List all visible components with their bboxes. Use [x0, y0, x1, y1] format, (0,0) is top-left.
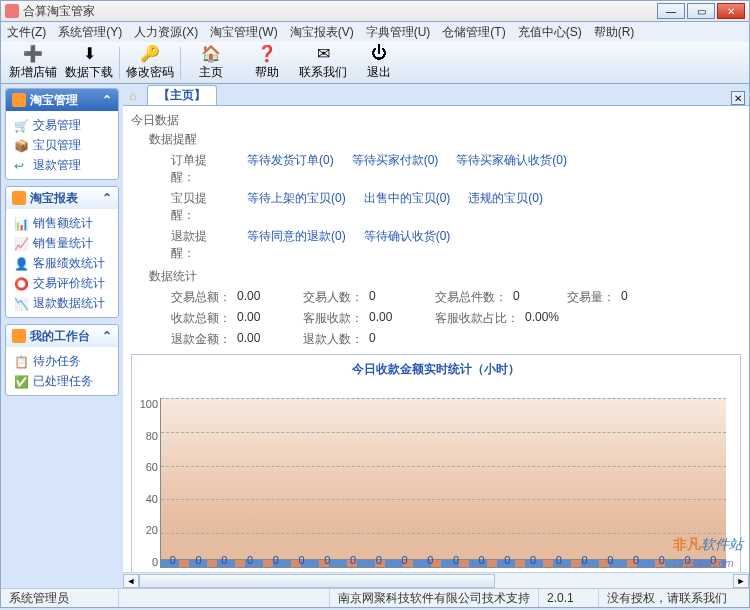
- link[interactable]: 等待买家付款(0): [352, 152, 439, 186]
- contact-button-icon: ✉: [314, 44, 332, 62]
- chart-box: 今日收款金额实时统计（小时） 100806040200 000000000000…: [131, 354, 741, 572]
- home-button-icon: 🏠: [202, 44, 220, 62]
- scroll-left-button[interactable]: ◄: [123, 574, 139, 588]
- scroll-thumb[interactable]: [139, 574, 495, 588]
- item-icon: ↩: [14, 159, 28, 171]
- link[interactable]: 等待同意的退款(0): [247, 228, 346, 262]
- tab-strip: ⌂ 【主页】 ✕: [123, 84, 749, 106]
- menu-item[interactable]: 文件(Z): [7, 24, 46, 41]
- change-pwd-button[interactable]: 🔑修改密码: [122, 44, 178, 82]
- chevron-icon: ⌃: [102, 93, 112, 107]
- window-title: 合算淘宝管家: [23, 3, 657, 20]
- item-icon: 👤: [14, 257, 28, 269]
- titlebar: 合算淘宝管家 — ▭ ✕: [0, 0, 750, 22]
- sidebar-item[interactable]: 📊销售额统计: [6, 213, 118, 233]
- sidebar: 淘宝管理⌃🛒交易管理📦宝贝管理↩退款管理淘宝报表⌃📊销售额统计📈销售量统计👤客服…: [1, 84, 123, 588]
- sidebar-panel: 淘宝管理⌃🛒交易管理📦宝贝管理↩退款管理: [5, 88, 119, 180]
- item-icon: 📊: [14, 217, 28, 229]
- menu-item[interactable]: 仓储管理(T): [442, 24, 505, 41]
- sidebar-panel: 淘宝报表⌃📊销售额统计📈销售量统计👤客服绩效统计⭕交易评价统计📉退款数据统计: [5, 186, 119, 318]
- y-axis-labels: 100806040200: [136, 398, 158, 568]
- menu-item[interactable]: 淘宝报表(V): [290, 24, 354, 41]
- stats-row: 退款金额：0.00退款人数：0: [131, 329, 741, 350]
- maximize-button[interactable]: ▭: [687, 3, 715, 19]
- statusbar: 系统管理员 南京网聚科技软件有限公司技术支持 2.0.1 没有授权，请联系我们: [0, 588, 750, 608]
- link[interactable]: 等待上架的宝贝(0): [247, 190, 346, 224]
- home-icon: ⌂: [129, 89, 145, 105]
- status-version: 2.0.1: [539, 589, 599, 607]
- menubar: 文件(Z)系统管理(Y)人力资源(X)淘宝管理(W)淘宝报表(V)字典管理(U)…: [0, 22, 750, 42]
- item-icon: 🛒: [14, 119, 28, 131]
- tab-close-button[interactable]: ✕: [731, 91, 745, 105]
- help-button-icon: ❓: [258, 44, 276, 62]
- tab-home[interactable]: 【主页】: [147, 85, 217, 105]
- exit-button[interactable]: ⏻退出: [351, 44, 407, 82]
- x-axis-labels: 0708091011121314151617181920212223000102…: [160, 570, 726, 572]
- minimize-button[interactable]: —: [657, 3, 685, 19]
- item-icon: 📦: [14, 139, 28, 151]
- toolbar: ➕新增店铺⬇数据下载🔑修改密码🏠主页❓帮助✉联系我们⏻退出: [0, 42, 750, 84]
- stats-row: 交易总额：0.00交易人数：0交易总件数：0交易量：0: [131, 287, 741, 308]
- contact-button[interactable]: ✉联系我们: [295, 44, 351, 82]
- item-icon: 📋: [14, 355, 28, 367]
- section-today: 今日数据: [131, 112, 741, 129]
- menu-item[interactable]: 人力资源(X): [134, 24, 198, 41]
- link[interactable]: 等待买家确认收货(0): [456, 152, 567, 186]
- status-auth: 没有授权，请联系我们: [599, 589, 749, 607]
- menu-item[interactable]: 帮助(R): [594, 24, 635, 41]
- add-shop-button-icon: ➕: [24, 44, 42, 62]
- chart-title: 今日收款金额实时统计（小时）: [132, 355, 740, 380]
- link[interactable]: 出售中的宝贝(0): [364, 190, 451, 224]
- add-shop-button[interactable]: ➕新增店铺: [5, 44, 61, 82]
- scroll-right-button[interactable]: ►: [733, 574, 749, 588]
- item-icon: 📈: [14, 237, 28, 249]
- chart-plot: 100806040200 0000000000000000000000 0708…: [160, 398, 726, 572]
- horizontal-scrollbar[interactable]: ◄ ►: [123, 572, 749, 588]
- row-item-remind: 宝贝提醒： 等待上架的宝贝(0) 出售中的宝贝(0) 违规的宝贝(0): [131, 188, 741, 226]
- download-button-icon: ⬇: [80, 44, 98, 62]
- stats-row: 收款总额：0.00客服收款：0.00客服收款占比：0.00%: [131, 308, 741, 329]
- sidebar-item[interactable]: ↩退款管理: [6, 155, 118, 175]
- status-company: 南京网聚科技软件有限公司技术支持: [330, 589, 539, 607]
- chevron-icon: ⌃: [102, 329, 112, 343]
- help-button[interactable]: ❓帮助: [239, 44, 295, 82]
- home-button[interactable]: 🏠主页: [183, 44, 239, 82]
- sidebar-item[interactable]: ✅已处理任务: [6, 371, 118, 391]
- panel-header[interactable]: 淘宝管理⌃: [6, 89, 118, 111]
- sidebar-item[interactable]: 📈销售量统计: [6, 233, 118, 253]
- close-button[interactable]: ✕: [717, 3, 745, 19]
- item-icon: ⭕: [14, 277, 28, 289]
- sidebar-item[interactable]: ⭕交易评价统计: [6, 273, 118, 293]
- exit-button-icon: ⏻: [370, 44, 388, 62]
- sidebar-item[interactable]: 👤客服绩效统计: [6, 253, 118, 273]
- link[interactable]: 等待发货订单(0): [247, 152, 334, 186]
- content-area: ⌂ 【主页】 ✕ 今日数据 数据提醒 订单提醒： 等待发货订单(0) 等待买家付…: [123, 84, 749, 588]
- sidebar-item[interactable]: 📋待办任务: [6, 351, 118, 371]
- menu-item[interactable]: 充值中心(S): [518, 24, 582, 41]
- row-order-remind: 订单提醒： 等待发货订单(0) 等待买家付款(0) 等待买家确认收货(0): [131, 150, 741, 188]
- section-remind: 数据提醒: [131, 131, 741, 148]
- value-labels: 0000000000000000000000: [160, 554, 726, 566]
- app-icon: [5, 4, 19, 18]
- sidebar-item[interactable]: 📉退款数据统计: [6, 293, 118, 313]
- change-pwd-button-icon: 🔑: [141, 44, 159, 62]
- plot-area: [160, 398, 726, 568]
- item-icon: ✅: [14, 375, 28, 387]
- menu-item[interactable]: 字典管理(U): [366, 24, 431, 41]
- link[interactable]: 等待确认收货(0): [364, 228, 451, 262]
- row-refund-remind: 退款提醒： 等待同意的退款(0) 等待确认收货(0): [131, 226, 741, 264]
- menu-item[interactable]: 系统管理(Y): [58, 24, 122, 41]
- page-body: 今日数据 数据提醒 订单提醒： 等待发货订单(0) 等待买家付款(0) 等待买家…: [123, 106, 749, 572]
- link[interactable]: 违规的宝贝(0): [468, 190, 543, 224]
- panel-header[interactable]: 淘宝报表⌃: [6, 187, 118, 209]
- status-user: 系统管理员: [1, 589, 119, 607]
- panel-header[interactable]: 我的工作台⌃: [6, 325, 118, 347]
- chevron-icon: ⌃: [102, 191, 112, 205]
- sidebar-item[interactable]: 📦宝贝管理: [6, 135, 118, 155]
- section-stats: 数据统计: [131, 268, 741, 285]
- item-icon: 📉: [14, 297, 28, 309]
- sidebar-panel: 我的工作台⌃📋待办任务✅已处理任务: [5, 324, 119, 396]
- sidebar-item[interactable]: 🛒交易管理: [6, 115, 118, 135]
- download-button[interactable]: ⬇数据下载: [61, 44, 117, 82]
- menu-item[interactable]: 淘宝管理(W): [210, 24, 277, 41]
